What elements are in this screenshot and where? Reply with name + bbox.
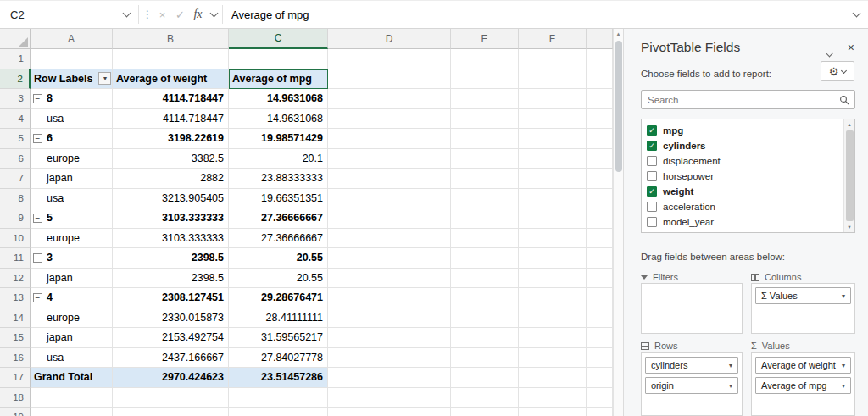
cell-A2[interactable]: Row Labels▾ (31, 69, 113, 90)
cell-F9[interactable] (519, 208, 587, 229)
cell-C15[interactable]: 31.59565217 (229, 328, 328, 348)
cell-A16[interactable]: usa (31, 348, 113, 369)
column-header-c[interactable]: C (229, 29, 328, 49)
cell-E11[interactable] (451, 248, 519, 269)
chevron-down-icon[interactable]: ▾ (837, 292, 850, 300)
row-header-15[interactable]: 15 (0, 328, 31, 348)
checkbox-checked-icon[interactable]: ✓ (647, 125, 657, 136)
cell-C17[interactable]: 23.51457286 (229, 368, 328, 388)
search-input[interactable] (642, 95, 834, 105)
formula-input[interactable]: Average of mpg (230, 8, 844, 21)
cell-F18[interactable] (519, 388, 587, 408)
cell-F4[interactable] (519, 109, 587, 130)
column-header-a[interactable]: A (31, 29, 113, 49)
cell-B6[interactable]: 3382.5 (113, 149, 229, 169)
cell-D4[interactable] (328, 109, 451, 130)
cell-A10[interactable]: europe (31, 229, 113, 249)
values-pill-2[interactable]: Average of mpg▾ (755, 377, 851, 394)
row-labels-filter-icon[interactable]: ▾ (98, 72, 111, 85)
cell-A14[interactable]: europe (31, 308, 113, 329)
cell-B19[interactable] (113, 408, 229, 416)
chevron-down-icon[interactable] (826, 49, 834, 58)
column-header-e[interactable]: E (451, 29, 519, 49)
rows-pill-1[interactable]: cylinders▾ (645, 357, 738, 374)
cell-A4[interactable]: usa (31, 109, 113, 130)
tools-button[interactable]: ⚙ (821, 61, 854, 81)
field-item-model_year[interactable]: model_year (642, 214, 854, 230)
field-item-horsepower[interactable]: horsepower (642, 169, 854, 184)
search-icon[interactable] (834, 95, 854, 105)
cell-E3[interactable] (451, 89, 519, 109)
cell-C8[interactable]: 19.66351351 (229, 189, 328, 209)
chevron-down-icon[interactable] (209, 9, 218, 18)
cell-D15[interactable] (328, 328, 451, 348)
cell-E14[interactable] (451, 308, 519, 329)
cell-C3[interactable]: 14.9631068 (229, 89, 328, 109)
cell-A9[interactable]: −5 (31, 208, 113, 229)
cell-F19[interactable] (519, 408, 587, 416)
row-header-3[interactable]: 3 (0, 89, 31, 109)
cell-E5[interactable] (451, 129, 519, 149)
row-header-5[interactable]: 5 (0, 129, 31, 149)
cell-D12[interactable] (328, 269, 451, 289)
checkbox-checked-icon[interactable]: ✓ (647, 186, 657, 197)
scroll-up-icon[interactable]: ▲ (844, 119, 854, 130)
field-item-origin[interactable]: ✓origin (642, 230, 854, 233)
cell-A6[interactable]: europe (31, 149, 113, 169)
cell-D16[interactable] (328, 348, 451, 369)
row-header-1[interactable]: 1 (0, 49, 31, 69)
cell-B15[interactable]: 2153.492754 (113, 328, 229, 348)
field-item-mpg[interactable]: ✓mpg (642, 123, 854, 138)
cell-C7[interactable]: 23.88333333 (229, 169, 328, 189)
checkbox-checked-icon[interactable]: ✓ (647, 232, 657, 233)
checkbox-icon[interactable] (647, 171, 657, 181)
cell-D3[interactable] (328, 89, 451, 109)
cell-A18[interactable] (31, 388, 113, 408)
cell-D7[interactable] (328, 169, 451, 189)
cell-F17[interactable] (519, 368, 587, 388)
cell-C11[interactable]: 20.55 (229, 248, 328, 269)
chevron-down-icon[interactable]: ▾ (724, 382, 737, 390)
cell-E10[interactable] (451, 229, 519, 249)
chevron-down-icon[interactable]: ▾ (837, 362, 850, 369)
column-header-f[interactable]: F (519, 29, 587, 49)
field-list-scrollbar[interactable]: ▲ ▼ (843, 119, 854, 232)
cell-A7[interactable]: japan (31, 169, 113, 189)
cell-E16[interactable] (451, 348, 519, 369)
cell-C16[interactable]: 27.84027778 (229, 348, 328, 369)
rows-pill-2[interactable]: origin▾ (645, 377, 738, 394)
cell-F13[interactable] (519, 288, 587, 308)
cell-F8[interactable] (519, 189, 587, 209)
select-all-corner[interactable] (0, 29, 31, 49)
cell-A12[interactable]: japan (31, 269, 113, 289)
cell-E7[interactable] (451, 169, 519, 189)
cell-E4[interactable] (451, 109, 519, 130)
cell-C9[interactable]: 27.36666667 (229, 208, 328, 229)
cell-B2[interactable]: Average of weight (113, 69, 229, 90)
columns-area[interactable]: Σ Values▾ (751, 283, 855, 334)
cell-F12[interactable] (519, 269, 587, 289)
cell-A5[interactable]: −6 (31, 129, 113, 149)
cell-F7[interactable] (519, 169, 587, 189)
cell-A3[interactable]: −8 (31, 89, 113, 109)
field-item-displacement[interactable]: displacement (642, 153, 854, 169)
name-box[interactable]: C2 (0, 1, 138, 28)
cell-C10[interactable]: 27.36666667 (229, 229, 328, 249)
cell-F6[interactable] (519, 149, 587, 169)
collapse-icon[interactable]: − (33, 214, 42, 223)
cell-D13[interactable] (328, 288, 451, 308)
cell-E2[interactable] (451, 69, 519, 90)
cell-B14[interactable]: 2330.015873 (113, 308, 229, 329)
row-header-6[interactable]: 6 (0, 149, 31, 169)
cell-B7[interactable]: 2882 (113, 169, 229, 189)
cell-D18[interactable] (328, 388, 451, 408)
checkbox-icon[interactable] (647, 202, 657, 212)
chevron-down-icon[interactable]: ▾ (724, 362, 737, 369)
row-header-18[interactable]: 18 (0, 388, 31, 408)
cell-D9[interactable] (328, 208, 451, 229)
cell-C13[interactable]: 29.28676471 (229, 288, 328, 308)
close-icon[interactable]: × (848, 41, 854, 54)
row-header-7[interactable]: 7 (0, 169, 31, 189)
cell-A11[interactable]: −3 (31, 248, 113, 269)
cell-B10[interactable]: 3103.333333 (113, 229, 229, 249)
